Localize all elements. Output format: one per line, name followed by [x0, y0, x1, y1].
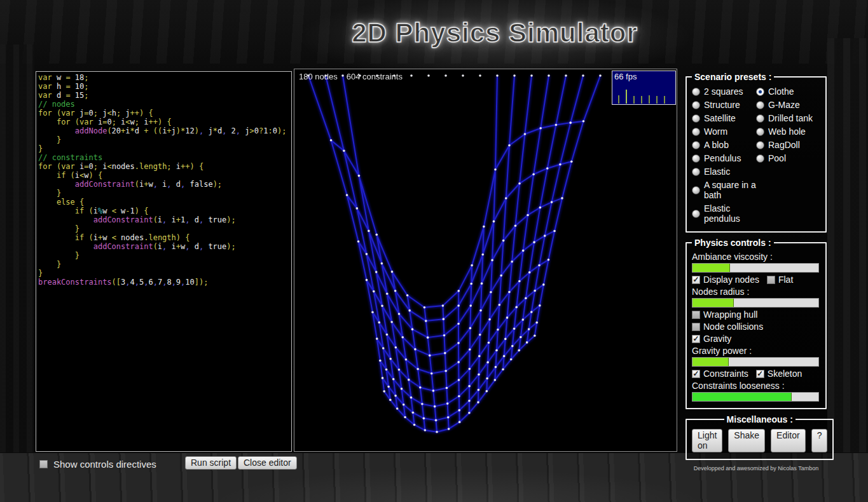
scenario-option-drilled-tank[interactable]: Drilled tank [756, 113, 820, 123]
checkbox-label: Constraints [703, 369, 748, 379]
checkbox-row: Wrapping hull [692, 309, 820, 320]
code-line: var w = 18; [38, 73, 291, 82]
show-controls-directives[interactable]: Show controls directives [39, 459, 156, 470]
code-line: if (i%w < w-1) { [38, 207, 291, 215]
scenario-option-g-maze[interactable]: G-Maze [756, 100, 820, 110]
code-line: for (var i=0; i<w; i++) { [38, 118, 291, 126]
radio-icon[interactable] [756, 141, 764, 149]
slider-fill [692, 264, 730, 272]
checkbox-option-node-collisions[interactable]: Node collisions [692, 322, 763, 332]
simulation-stats: 180 nodes604 constraints [299, 72, 411, 81]
show-controls-directives-label: Show controls directives [53, 459, 156, 470]
code-line: addConstraint(i, i+w, d, true); [38, 242, 291, 251]
scenario-option-worm[interactable]: Worm [692, 126, 756, 137]
code-line: addNode(20+i*d + ((i+j)*12), j*d, 2, j>0… [38, 126, 291, 135]
scenario-option-structure[interactable]: Structure [692, 100, 756, 110]
radio-icon[interactable] [692, 114, 700, 123]
slider-ambiance-viscosity[interactable] [692, 263, 819, 273]
radio-icon[interactable] [756, 88, 764, 96]
checkbox-icon[interactable]: ✓ [692, 276, 700, 284]
help-button[interactable]: ? [811, 429, 828, 452]
checkbox-label: Gravity [703, 334, 731, 344]
checkbox-icon[interactable] [767, 276, 775, 284]
constraints-count: 604 constraints [347, 72, 403, 81]
code-line: if (i+w < nodes.length) { [38, 233, 291, 242]
show-controls-directives-checkbox[interactable] [39, 460, 48, 468]
close-editor-button[interactable]: Close editor [238, 456, 297, 470]
checkbox-icon[interactable] [692, 311, 700, 319]
slider-nodes-radius[interactable] [692, 298, 819, 308]
code-line: } [38, 224, 291, 233]
code-text[interactable]: var w = 18;var h = 10;var d = 15;// node… [36, 72, 291, 287]
control-label-constraints-looseness: Constraints looseness : [692, 381, 820, 391]
code-line: } [38, 135, 291, 144]
radio-icon[interactable] [692, 168, 700, 176]
scenario-option-a-blob[interactable]: A blob [692, 140, 756, 150]
checkbox-option-gravity[interactable]: ✓Gravity [692, 334, 731, 344]
script-editor[interactable]: var w = 18;var h = 10;var d = 15;// node… [36, 71, 292, 452]
radio-icon[interactable] [756, 128, 764, 136]
radio-icon[interactable] [756, 114, 764, 123]
code-line: var d = 15; [38, 91, 291, 100]
checkbox-icon[interactable]: ✓ [692, 370, 700, 378]
checkbox-option-skeleton[interactable]: ✓Skeleton [756, 369, 802, 379]
scenario-option-label: Satellite [704, 113, 736, 123]
credit-text: Developped and awesomized by Nicolas Tam… [685, 465, 827, 471]
scenario-option-label: Clothe [768, 86, 794, 97]
scenario-option-label: Web hole [768, 126, 806, 137]
scenario-option-label: Pendulus [704, 153, 741, 163]
scenario-option-a-square-in-a-bath[interactable]: A square in a bath [692, 180, 756, 200]
scenario-option-ragdoll[interactable]: RagDoll [756, 140, 820, 150]
radio-icon[interactable] [692, 101, 700, 109]
slider-constraints-looseness[interactable] [692, 392, 819, 402]
scenario-option-pool[interactable]: Pool [756, 153, 820, 163]
radio-icon[interactable] [692, 88, 700, 96]
code-line: else { [38, 198, 291, 207]
editor-button[interactable]: Editor [771, 429, 806, 452]
code-line: for (var i=0; i<nodes.length; i++) { [38, 162, 291, 171]
checkbox-icon[interactable] [692, 323, 700, 331]
fps-bar [618, 95, 619, 104]
scenario-option-pendulus[interactable]: Pendulus [692, 153, 756, 163]
fps-history-bars [618, 85, 673, 104]
checkbox-label: Wrapping hull [703, 309, 757, 320]
radio-icon[interactable] [692, 154, 700, 163]
checkbox-option-display-nodes[interactable]: ✓Display nodes [692, 275, 759, 285]
scenario-option-2-squares[interactable]: 2 squares [692, 86, 756, 97]
app-root: 2D Physics Simulator var w = 18;var h = … [0, 0, 868, 502]
scenario-option-label: Elastic [704, 166, 730, 177]
simulation-panel[interactable]: 180 nodes604 constraints 66 fps [294, 69, 677, 452]
light-on-button[interactable]: Light on [692, 429, 722, 452]
checkbox-option-constraints[interactable]: ✓Constraints [692, 369, 748, 379]
radio-icon[interactable] [692, 128, 700, 136]
checkbox-icon[interactable]: ✓ [692, 335, 700, 343]
fps-bar [664, 96, 665, 104]
physics-controls-list: Ambiance viscosity :✓Display nodesFlatNo… [692, 252, 820, 402]
scenario-option-clothe[interactable]: Clothe [756, 86, 820, 97]
checkbox-option-flat[interactable]: Flat [767, 275, 793, 285]
checkbox-label: Flat [778, 275, 793, 285]
scenario-option-elastic[interactable]: Elastic [692, 166, 756, 177]
checkbox-option-wrapping-hull[interactable]: Wrapping hull [692, 309, 757, 320]
code-line: var h = 10; [38, 82, 291, 91]
run-script-button[interactable]: Run script [185, 456, 237, 470]
scenario-option-label: A square in a bath [704, 180, 756, 200]
slider-gravity-power[interactable] [692, 357, 819, 367]
radio-icon[interactable] [692, 141, 700, 149]
scenario-option-label: Drilled tank [768, 113, 813, 123]
radio-icon[interactable] [756, 101, 764, 109]
radio-icon[interactable] [692, 210, 700, 218]
scenario-option-web-hole[interactable]: Web hole [756, 126, 820, 137]
scenario-option-elastic-pendulus[interactable]: Elastic pendulus [692, 203, 756, 224]
shake-button[interactable]: Shake [728, 429, 765, 452]
code-line: breakConstraints([3,4,5,6,7,8,9,10]); [38, 278, 291, 287]
code-line: } [38, 251, 291, 260]
radio-icon[interactable] [692, 186, 700, 194]
scenario-option-satellite[interactable]: Satellite [692, 113, 756, 123]
radio-icon[interactable] [756, 154, 764, 163]
scenario-option-label: G-Maze [768, 100, 800, 110]
checkbox-label: Display nodes [703, 275, 759, 285]
cloth-simulation-canvas[interactable] [294, 69, 677, 451]
checkbox-icon[interactable]: ✓ [756, 370, 764, 378]
code-line: } [38, 269, 291, 278]
